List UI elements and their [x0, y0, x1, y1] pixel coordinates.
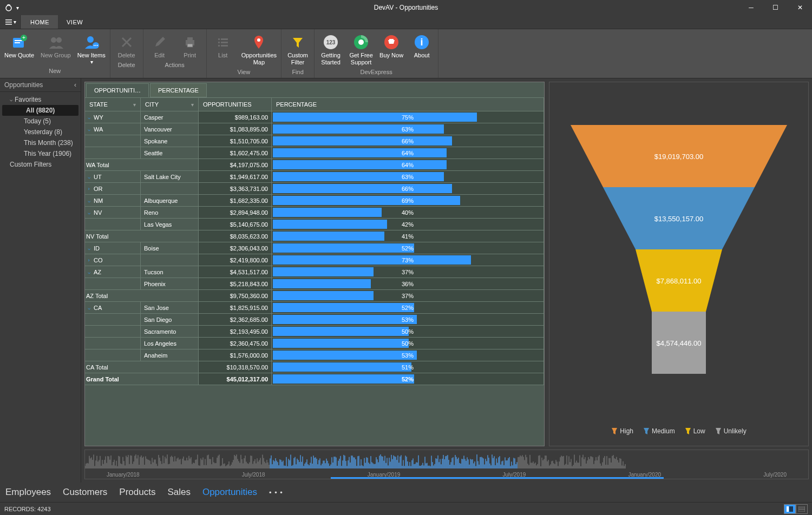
sidebar-item[interactable]: Today (5): [0, 116, 81, 127]
ribbon-custom-filter[interactable]: Custom Filter: [283, 31, 313, 67]
expand-icon[interactable]: ⌵: [86, 210, 91, 215]
ribbon-about[interactable]: iAbout: [407, 31, 437, 67]
nav-tab-employees[interactable]: Employees: [5, 487, 51, 498]
expand-icon[interactable]: ›: [86, 186, 91, 192]
ribbon-new-items[interactable]: New Items▾: [74, 31, 109, 66]
tab-view[interactable]: VIEW: [58, 15, 91, 29]
table-row[interactable]: CA Total $10,318,570.00 51%: [85, 361, 544, 373]
nav-tab-customers[interactable]: Customers: [63, 487, 107, 498]
ribbon-get-free-support[interactable]: Get Free Support: [346, 31, 376, 67]
cell-state[interactable]: [85, 338, 141, 349]
ribbon-new-quote[interactable]: +New Quote: [1, 31, 37, 66]
sidebar-title[interactable]: Opportunities ‹: [0, 78, 81, 92]
ribbon-delete[interactable]: Delete: [112, 31, 142, 60]
legend-item[interactable]: Medium: [643, 427, 675, 435]
table-row[interactable]: Grand Total $45,012,317.00 52%: [85, 373, 544, 385]
maximize-button[interactable]: ☐: [763, 0, 788, 15]
sidebar-group[interactable]: Custom Filters: [0, 159, 81, 170]
nav-tab-products[interactable]: Products: [119, 487, 155, 498]
cell-state[interactable]: [85, 314, 141, 325]
expand-icon[interactable]: ⌵: [86, 246, 91, 251]
tab-home[interactable]: HOME: [22, 15, 58, 29]
expand-icon[interactable]: ⌵: [86, 269, 91, 275]
timeline[interactable]: January/2018July/2018January/2019July/20…: [84, 450, 809, 479]
app-menu-button[interactable]: ▾: [0, 15, 22, 29]
table-row[interactable]: Phoenix $5,218,843.00 36%: [85, 278, 544, 290]
table-row[interactable]: ⌵AZ Tucson $4,531,517.00 37%: [85, 266, 544, 278]
table-row[interactable]: AZ Total $9,750,360.00 37%: [85, 290, 544, 302]
column-header-opportunities[interactable]: OPPORTUNITIES: [199, 98, 272, 111]
user-dots-icon: [84, 32, 99, 52]
sidebar-item[interactable]: This Month (238): [0, 137, 81, 148]
table-row[interactable]: ⌵WY Casper $989,163.00 75%: [85, 111, 544, 123]
cell-state[interactable]: ⌵WA: [85, 123, 141, 135]
cell-state[interactable]: ⌵WY: [85, 111, 141, 123]
cell-state[interactable]: ›OR: [85, 183, 141, 194]
cell-state[interactable]: [85, 219, 141, 230]
cell-state[interactable]: [85, 278, 141, 289]
column-header-state[interactable]: STATE▾: [85, 98, 141, 111]
column-header-percentage[interactable]: PERCENTAGE: [272, 98, 544, 111]
cell-state[interactable]: ⌵NV: [85, 207, 141, 218]
table-row[interactable]: San Diego $2,362,685.00 53%: [85, 314, 544, 326]
cell-state[interactable]: ⌵ID: [85, 242, 141, 254]
table-row[interactable]: WA Total $4,197,075.00 64%: [85, 159, 544, 171]
table-row[interactable]: ⌵WA Vancouver $1,083,895.00 63%: [85, 123, 544, 135]
layout-button-1[interactable]: [784, 504, 796, 514]
cell-state[interactable]: [85, 147, 141, 159]
table-row[interactable]: NV Total $8,035,623.00 41%: [85, 230, 544, 242]
cell-state[interactable]: ⌵CA: [85, 302, 141, 313]
close-button[interactable]: ✕: [788, 0, 812, 15]
table-row[interactable]: Las Vegas $5,140,675.00 42%: [85, 219, 544, 230]
legend-item[interactable]: High: [611, 427, 633, 435]
cell-state[interactable]: ⌵NM: [85, 195, 141, 206]
cell-state[interactable]: [85, 326, 141, 337]
table-row[interactable]: Spokane $1,510,705.00 66%: [85, 135, 544, 147]
expand-icon[interactable]: ⌵: [86, 174, 91, 180]
sidebar-item[interactable]: All (8820): [2, 105, 78, 116]
minimize-button[interactable]: ─: [739, 0, 763, 15]
layout-button-2[interactable]: [796, 504, 808, 514]
ribbon-print[interactable]: Print: [175, 31, 205, 60]
column-header-city[interactable]: CITY▾: [141, 98, 199, 111]
expand-icon[interactable]: ⌵: [86, 198, 91, 203]
sidebar-group[interactable]: ⌵Favorites: [0, 94, 81, 105]
legend-item[interactable]: Unlikely: [715, 427, 746, 435]
timeline-range[interactable]: [331, 477, 664, 479]
grid-tab-percentage[interactable]: PERCENTAGE: [150, 83, 207, 97]
table-row[interactable]: ⌵NV Reno $2,894,948.00 40%: [85, 207, 544, 219]
ribbon-opportunities-map[interactable]: Opportunities Map: [238, 31, 280, 67]
ribbon-list[interactable]: List: [208, 31, 238, 67]
sidebar-item[interactable]: This Year (1906): [0, 148, 81, 159]
nav-tab-opportunities[interactable]: Opportunities: [202, 487, 257, 498]
table-row[interactable]: ⌵UT Salt Lake City $1,949,617.00 63%: [85, 171, 544, 183]
cell-state[interactable]: [85, 135, 141, 147]
cell-city: Spokane: [141, 135, 199, 147]
table-row[interactable]: Anaheim $1,576,000.00 53%: [85, 349, 544, 361]
expand-icon[interactable]: ⌵: [86, 305, 91, 311]
cell-state[interactable]: [85, 349, 141, 361]
expand-icon[interactable]: ⌵: [86, 127, 91, 132]
grid-tab-opportunities[interactable]: OPPORTUNITI…: [86, 83, 149, 97]
table-row[interactable]: ⌵CA San Jose $1,825,915.00 52%: [85, 302, 544, 314]
table-row[interactable]: ⌵NM Albuquerque $1,682,335.00 69%: [85, 195, 544, 207]
sidebar-item[interactable]: Yesterday (8): [0, 127, 81, 137]
table-row[interactable]: ›OR $3,363,731.00 66%: [85, 183, 544, 195]
table-row[interactable]: ›CO $2,419,800.00 73%: [85, 254, 544, 266]
cell-state[interactable]: ⌵AZ: [85, 266, 141, 278]
table-row[interactable]: Los Angeles $2,360,475.00 50%: [85, 338, 544, 349]
cell-state[interactable]: ⌵UT: [85, 171, 141, 182]
cell-state[interactable]: ›CO: [85, 254, 141, 266]
ribbon-buy-now[interactable]: Buy Now: [376, 31, 407, 67]
table-row[interactable]: ⌵ID Boise $2,306,043.00 52%: [85, 242, 544, 254]
table-row[interactable]: Seattle $1,602,475.00 64%: [85, 147, 544, 159]
ribbon-edit[interactable]: Edit: [145, 31, 175, 60]
table-row[interactable]: Sacramento $2,193,495.00 50%: [85, 326, 544, 338]
legend-item[interactable]: Low: [685, 427, 705, 435]
ribbon-getting-started[interactable]: 123Getting Started: [316, 31, 346, 67]
expand-icon[interactable]: ⌵: [86, 115, 91, 120]
nav-tab-sales[interactable]: Sales: [167, 487, 191, 498]
ribbon-new-group[interactable]: New Group: [37, 31, 74, 66]
expand-icon[interactable]: ›: [86, 258, 91, 263]
nav-more[interactable]: • • •: [269, 488, 283, 497]
